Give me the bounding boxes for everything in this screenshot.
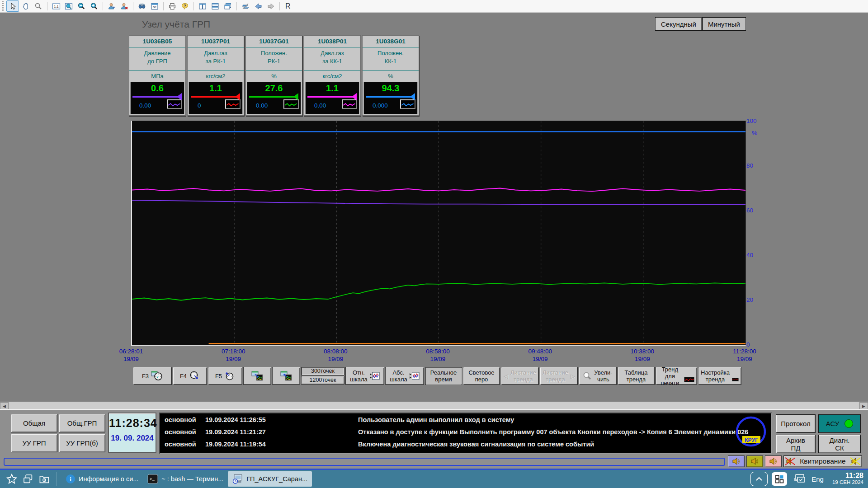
keyboard-language[interactable]: Eng	[811, 475, 824, 483]
page-forward-button[interactable]: Листание тренда ▷	[540, 367, 578, 385]
trend-print-button[interactable]: Тренд для печати	[656, 367, 697, 385]
select-cursor-icon[interactable]	[6, 0, 19, 12]
windows-icon[interactable]	[20, 472, 36, 486]
trend-table-button[interactable]: Таблица тренда	[618, 367, 655, 385]
info-icon: i	[66, 474, 75, 484]
display-status-icon[interactable]	[791, 472, 807, 486]
workspace-hscrollbar[interactable]: ◀ ▶	[0, 402, 868, 409]
speaker-3-button[interactable]	[765, 455, 782, 467]
task-askug-window[interactable]: ГП_АСКУГ_Саран...	[228, 471, 312, 487]
magnifier-icon[interactable]	[33, 1, 44, 11]
toolbar-grip[interactable]	[2, 1, 4, 11]
f5-gauge-button[interactable]: F5	[208, 367, 242, 385]
panel-description: Давл.газза РК-1	[188, 47, 244, 70]
trend-to-window-button[interactable]	[272, 367, 300, 385]
panel-value-area: 0.6 0.00	[130, 82, 184, 114]
light-pen-button[interactable]: Световое перо	[463, 367, 500, 385]
relative-scale-button[interactable]: Отн. шкала	[345, 367, 384, 385]
nav-forward-icon[interactable]	[265, 1, 277, 11]
layers-toggle-icon[interactable]	[240, 1, 251, 11]
cascade-windows-icon[interactable]	[222, 1, 234, 11]
panel-description: Положен.РК-1	[246, 47, 302, 70]
trend-chart[interactable]	[131, 121, 746, 346]
param-panel-1U038P01[interactable]: 1U038P01 Давл.газза КК-1 кгс/см2 1.1 0.0…	[304, 35, 361, 116]
tray-expand-icon[interactable]	[750, 472, 768, 486]
folder-eye-icon[interactable]	[36, 472, 52, 486]
panel-trend-icon[interactable]	[167, 99, 182, 109]
speaker-1-button[interactable]	[728, 455, 745, 467]
nav-obshchaya-button[interactable]: Общая	[11, 414, 57, 432]
event-log-row[interactable]: основной 19.09.2024 11:26:55 Пользовател…	[160, 413, 771, 426]
param-panel-1U037G01[interactable]: 1U037G01 Положен.РК-1 % 27.6 0.00	[245, 35, 302, 116]
zoom-out-icon[interactable]	[75, 1, 87, 11]
zoom-one-to-one-icon[interactable]: 1:1	[50, 1, 62, 11]
asu-button[interactable]: АСУ	[818, 414, 861, 433]
f3-gauge-button[interactable]: F3	[133, 367, 172, 385]
y-tick: 100	[746, 117, 757, 124]
panel-trend-icon[interactable]	[400, 99, 415, 109]
muted-speaker-yellow-icon	[850, 457, 860, 466]
toolbar-separator	[103, 2, 103, 10]
window-to-trend-icon	[251, 371, 263, 381]
seconds-mode-button[interactable]: Секундный	[655, 17, 702, 31]
find-icon[interactable]	[136, 1, 148, 11]
speaker-2-button[interactable]	[746, 455, 763, 467]
protocol-button[interactable]: Протокол	[776, 414, 816, 433]
event-log-row[interactable]: основной 19.09.2024 11:19:54 Включена ди…	[160, 438, 771, 450]
zoom-trend-button[interactable]: Увели- чить	[579, 367, 617, 385]
event-source: основной	[165, 428, 196, 436]
realtime-button[interactable]: Реальное время	[425, 367, 462, 385]
points-1200-button[interactable]: 1200точек	[301, 376, 344, 385]
zoom-in-icon[interactable]	[88, 1, 100, 11]
acknowledge-button[interactable]: Квитирование	[783, 455, 862, 467]
param-panel-1U037P01[interactable]: 1U037P01 Давл.газза РК-1 кгс/см2 1.1 0	[187, 35, 244, 116]
nav-uu-grp-b-button[interactable]: УУ ГРП(б)	[59, 434, 105, 452]
pan-hand-icon[interactable]	[20, 1, 32, 11]
panel-pointer	[366, 96, 415, 98]
points-300-button[interactable]: 300точек	[301, 367, 344, 375]
event-message: Пользователь админ выполнил вход в систе…	[358, 416, 514, 423]
y-tick: 80	[746, 162, 753, 169]
diag-sk-button[interactable]: Диагн. СК	[818, 435, 861, 453]
status-area: Общая Общ.ГРП УУ ГРП УУ ГРП(б) 11:28:34 …	[0, 409, 868, 471]
event-log-row[interactable]: основной 19.09.2024 11:21:27 Отказано в …	[160, 426, 771, 438]
x-tick: 08:58:0019/09	[426, 347, 450, 363]
tile-horizontal-icon[interactable]	[209, 1, 221, 11]
r-tool-button[interactable]: R	[283, 2, 293, 10]
favorites-star-icon[interactable]	[4, 472, 20, 486]
event-message: Включена диагностическая звуковая сигнал…	[358, 441, 594, 448]
panel-trend-icon[interactable]	[225, 99, 241, 109]
task-info-window[interactable]: i Информация о си...	[61, 471, 143, 487]
archive-pd-button[interactable]: Архив ПД	[776, 435, 816, 453]
param-panel-1U036B05[interactable]: 1U036B05 Давлениедо ГРП МПа 0.6 0.00	[129, 35, 186, 116]
minutes-mode-button[interactable]: Минутный	[702, 17, 746, 31]
f4-gauge-button[interactable]: F4	[173, 367, 207, 385]
print-icon[interactable]	[166, 1, 178, 11]
nav-obshch-grp-button[interactable]: Общ.ГРП	[59, 414, 105, 432]
panel-trend-icon[interactable]	[283, 99, 299, 109]
task-terminal-window[interactable]: >_ ~ : bash — Термин...	[143, 471, 228, 487]
switch-user-icon[interactable]	[106, 1, 118, 11]
tray-clock[interactable]: 11:28 19 СЕН 2024	[832, 472, 863, 486]
pointer-arrow-icon	[352, 93, 357, 100]
page-back-button[interactable]: ◁ Листание тренда	[501, 367, 539, 385]
new-window-icon[interactable]: Ne	[149, 1, 160, 11]
help-icon[interactable]: ?	[179, 1, 191, 11]
scale-icon	[370, 372, 380, 380]
window-to-trend-button[interactable]	[243, 367, 271, 385]
red-trend-icon	[684, 376, 694, 383]
speaker-icon	[732, 457, 741, 465]
absolute-scale-button[interactable]: Абс. шкала	[385, 367, 424, 385]
trend-settings-button[interactable]: Настройка тренда	[698, 367, 741, 385]
logout-user-icon[interactable]	[118, 1, 130, 11]
page-forward-icon: ▷	[571, 373, 575, 380]
zoom-region-icon[interactable]	[63, 1, 75, 11]
app-grid-icon[interactable]	[772, 472, 787, 486]
speaker-icon	[750, 457, 760, 465]
panel-trend-icon[interactable]	[342, 99, 357, 109]
nav-back-icon[interactable]	[252, 1, 264, 11]
tile-vertical-icon[interactable]	[197, 1, 208, 11]
krug-gauge[interactable]: КРУГ	[731, 413, 770, 452]
param-panel-1U038G01[interactable]: 1U038G01 Положен.КК-1 % 94.3 0.000	[362, 35, 419, 116]
nav-uu-grp-button[interactable]: УУ ГРП	[11, 434, 57, 452]
